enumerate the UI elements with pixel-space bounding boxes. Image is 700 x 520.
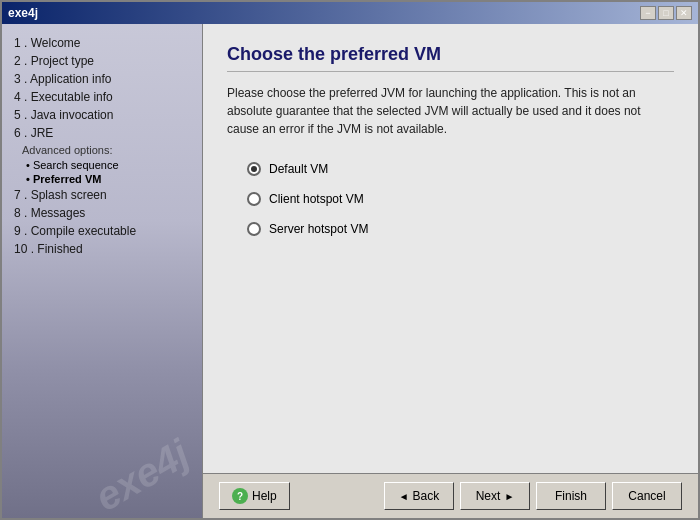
back-label: Back [413,489,440,503]
back-button[interactable]: ◄ Back [384,482,454,510]
titlebar-buttons: − □ ✕ [640,6,692,20]
window-title: exe4j [8,6,38,20]
watermark: exe4j [87,431,196,518]
sidebar-item-java-invocation[interactable]: 5 . Java invocation [10,106,194,124]
radio-client-hotspot-vm-circle[interactable] [247,192,261,206]
sidebar-item-compile-exec[interactable]: 9 . Compile executable [10,222,194,240]
sidebar-item-search-sequence[interactable]: • Search sequence [10,158,194,172]
radio-default-vm-label: Default VM [269,162,328,176]
help-label: Help [252,489,277,503]
cancel-label: Cancel [628,489,665,503]
sidebar-item-splash-screen[interactable]: 7 . Splash screen [10,186,194,204]
sidebar-item-exec-info[interactable]: 4 . Executable info [10,88,194,106]
radio-server-hotspot-vm-circle[interactable] [247,222,261,236]
radio-server-hotspot-vm[interactable]: Server hotspot VM [247,222,674,236]
cancel-button[interactable]: Cancel [612,482,682,510]
sidebar-advanced-options-label: Advanced options: [10,144,194,156]
footer: ? Help ◄ Back Next ► Finish Cancel [203,473,698,518]
next-label: Next [476,489,501,503]
sidebar: 1 . Welcome 2 . Project type 3 . Applica… [2,24,202,518]
maximize-button[interactable]: □ [658,6,674,20]
sidebar-item-preferred-vm[interactable]: • Preferred VM [10,172,194,186]
radio-default-vm-circle[interactable] [247,162,261,176]
sidebar-item-welcome[interactable]: 1 . Welcome [10,34,194,52]
finish-button[interactable]: Finish [536,482,606,510]
help-button[interactable]: ? Help [219,482,290,510]
radio-client-hotspot-vm-label: Client hotspot VM [269,192,364,206]
finish-label: Finish [555,489,587,503]
radio-client-hotspot-vm[interactable]: Client hotspot VM [247,192,674,206]
description-text: Please choose the preferred JVM for laun… [227,84,674,138]
back-arrow-icon: ◄ [399,491,409,502]
next-button[interactable]: Next ► [460,482,530,510]
next-arrow-icon: ► [504,491,514,502]
vm-radio-group: Default VM Client hotspot VM Server hots… [227,162,674,236]
page-title: Choose the preferred VM [227,44,674,72]
minimize-button[interactable]: − [640,6,656,20]
radio-default-vm[interactable]: Default VM [247,162,674,176]
main-content-area: Choose the preferred VM Please choose th… [202,24,698,518]
sidebar-item-messages[interactable]: 8 . Messages [10,204,194,222]
titlebar: exe4j − □ ✕ [2,2,698,24]
sidebar-item-finished[interactable]: 10 . Finished [10,240,194,258]
close-button[interactable]: ✕ [676,6,692,20]
sidebar-item-jre[interactable]: 6 . JRE [10,124,194,142]
help-icon: ? [232,488,248,504]
window-content: 1 . Welcome 2 . Project type 3 . Applica… [2,24,698,518]
sidebar-item-project-type[interactable]: 2 . Project type [10,52,194,70]
radio-server-hotspot-vm-label: Server hotspot VM [269,222,368,236]
main-window: exe4j − □ ✕ 1 . Welcome 2 . Project type… [0,0,700,520]
sidebar-item-app-info[interactable]: 3 . Application info [10,70,194,88]
content-body: Choose the preferred VM Please choose th… [203,24,698,473]
